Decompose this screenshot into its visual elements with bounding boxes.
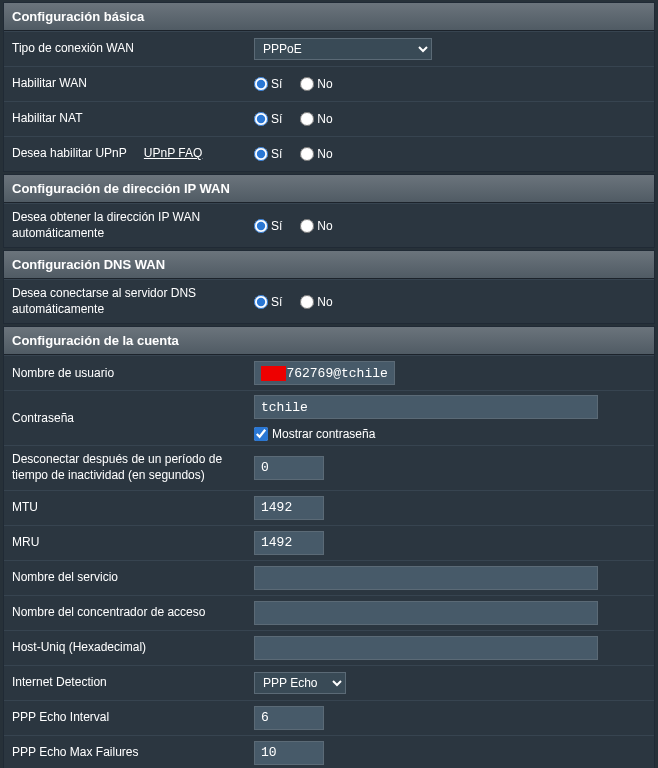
password-label: Contraseña	[4, 405, 248, 433]
enable-wan-no-radio[interactable]	[300, 77, 314, 91]
enable-upnp-yes-radio[interactable]	[254, 147, 268, 161]
mtu-input[interactable]	[254, 496, 324, 520]
enable-upnp-no[interactable]: No	[300, 147, 332, 161]
wan-ip-header: Configuración de dirección IP WAN	[4, 175, 654, 203]
row-hostuniq: Host-Uniq (Hexadecimal)	[4, 630, 654, 665]
detection-select[interactable]: PPP Echo	[254, 672, 346, 694]
dns-panel: Configuración DNS WAN Desea conectarse a…	[3, 250, 655, 324]
auto-ip-yes-radio[interactable]	[254, 219, 268, 233]
show-password-checkbox[interactable]	[254, 427, 268, 441]
basic-config-panel: Configuración básica Tipo de conexión WA…	[3, 2, 655, 172]
auto-dns-yes-radio[interactable]	[254, 295, 268, 309]
account-header: Configuración de la cuenta	[4, 327, 654, 355]
username-redacted: ███	[261, 366, 286, 381]
basic-config-header: Configuración básica	[4, 3, 654, 31]
row-mru: MRU	[4, 525, 654, 560]
wan-ip-panel: Configuración de dirección IP WAN Desea …	[3, 174, 655, 248]
auto-dns-yes[interactable]: Sí	[254, 295, 282, 309]
wan-type-select[interactable]: PPPoE	[254, 38, 432, 60]
row-enable-wan: Habilitar WAN Sí No	[4, 66, 654, 101]
dns-header: Configuración DNS WAN	[4, 251, 654, 279]
upnp-faq-link[interactable]: UPnP FAQ	[144, 146, 202, 160]
row-enable-nat: Habilitar NAT Sí No	[4, 101, 654, 136]
row-wan-type: Tipo de conexión WAN PPPoE	[4, 31, 654, 66]
echo-fail-input[interactable]	[254, 741, 324, 765]
enable-wan-yes[interactable]: Sí	[254, 77, 282, 91]
auto-ip-label: Desea obtener la dirección IP WAN automá…	[4, 204, 248, 247]
auto-ip-no[interactable]: No	[300, 219, 332, 233]
row-password: Contraseña Mostrar contraseña	[4, 390, 654, 445]
row-echo-fail: PPP Echo Max Failures	[4, 735, 654, 768]
username-label: Nombre de usuario	[4, 360, 248, 388]
account-panel: Configuración de la cuenta Nombre de usu…	[3, 326, 655, 768]
echo-interval-input[interactable]	[254, 706, 324, 730]
enable-upnp-no-radio[interactable]	[300, 147, 314, 161]
enable-wan-yes-radio[interactable]	[254, 77, 268, 91]
row-username: Nombre de usuario ███762769@tchile	[4, 355, 654, 390]
username-input[interactable]: ███762769@tchile	[254, 361, 395, 385]
row-idle: Desconectar después de un período de tie…	[4, 445, 654, 489]
enable-nat-label: Habilitar NAT	[4, 105, 248, 133]
row-concentrator: Nombre del concentrador de acceso	[4, 595, 654, 630]
enable-nat-yes[interactable]: Sí	[254, 112, 282, 126]
echo-interval-label: PPP Echo Interval	[4, 704, 248, 732]
row-detection: Internet Detection PPP Echo	[4, 665, 654, 700]
row-enable-upnp: Desea habilitar UPnP UPnP FAQ Sí No	[4, 136, 654, 171]
enable-wan-no[interactable]: No	[300, 77, 332, 91]
concentrator-label: Nombre del concentrador de acceso	[4, 599, 248, 627]
enable-nat-yes-radio[interactable]	[254, 112, 268, 126]
auto-dns-no[interactable]: No	[300, 295, 332, 309]
detection-label: Internet Detection	[4, 669, 248, 697]
auto-ip-no-radio[interactable]	[300, 219, 314, 233]
hostuniq-input[interactable]	[254, 636, 598, 660]
row-echo-interval: PPP Echo Interval	[4, 700, 654, 735]
mru-label: MRU	[4, 529, 248, 557]
auto-dns-no-radio[interactable]	[300, 295, 314, 309]
mru-input[interactable]	[254, 531, 324, 555]
enable-upnp-label: Desea habilitar UPnP UPnP FAQ	[4, 140, 248, 168]
idle-label: Desconectar después de un período de tie…	[4, 446, 248, 489]
show-password-wrap[interactable]: Mostrar contraseña	[254, 427, 598, 441]
service-name-input[interactable]	[254, 566, 598, 590]
idle-input[interactable]	[254, 456, 324, 480]
username-suffix: 762769@tchile	[286, 366, 387, 381]
row-mtu: MTU	[4, 490, 654, 525]
concentrator-input[interactable]	[254, 601, 598, 625]
row-auto-dns: Desea conectarse al servidor DNS automát…	[4, 279, 654, 323]
mtu-label: MTU	[4, 494, 248, 522]
auto-ip-yes[interactable]: Sí	[254, 219, 282, 233]
show-password-label: Mostrar contraseña	[272, 427, 375, 441]
hostuniq-label: Host-Uniq (Hexadecimal)	[4, 634, 248, 662]
auto-dns-label: Desea conectarse al servidor DNS automát…	[4, 280, 248, 323]
row-service-name: Nombre del servicio	[4, 560, 654, 595]
enable-nat-no-radio[interactable]	[300, 112, 314, 126]
password-input[interactable]	[254, 395, 598, 419]
service-name-label: Nombre del servicio	[4, 564, 248, 592]
enable-upnp-yes[interactable]: Sí	[254, 147, 282, 161]
enable-nat-no[interactable]: No	[300, 112, 332, 126]
row-auto-ip: Desea obtener la dirección IP WAN automá…	[4, 203, 654, 247]
enable-wan-label: Habilitar WAN	[4, 70, 248, 98]
echo-fail-label: PPP Echo Max Failures	[4, 739, 248, 767]
wan-type-label: Tipo de conexión WAN	[4, 35, 248, 63]
